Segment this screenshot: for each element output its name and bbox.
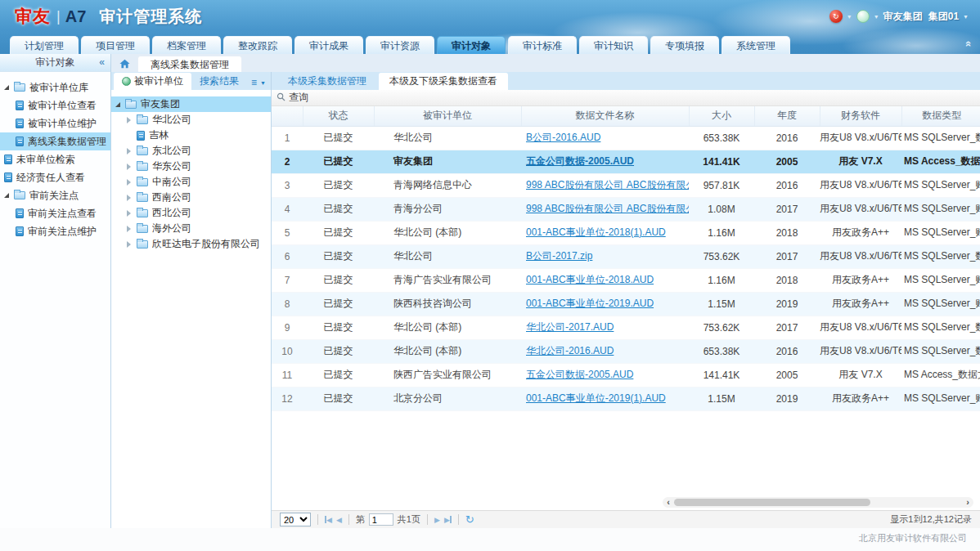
table-row[interactable]: 1 已提交 华北公司 B公司-2016.AUD 653.38K 2016 用友U… [272,126,980,150]
table-row[interactable]: 6 已提交 华北公司 B公司-2017.zip 753.62K 2017 用友U… [272,244,980,268]
org-panel-tab[interactable]: 搜索结果 [191,73,247,90]
org-panel-tab[interactable]: 被审计单位 [114,73,191,90]
menu-icon[interactable]: ≡ [251,78,257,87]
data-file-link[interactable]: B公司-2017.zip [526,250,592,262]
tree-item[interactable]: 被审计单位维护 [0,114,110,132]
data-file-link[interactable]: 五金公司数据-2005.AUD [526,155,634,167]
table-row[interactable]: 10 已提交 华北公司 (本部) 华北公司-2016.AUD 653.38K 2… [272,339,980,363]
table-row[interactable]: 2 已提交 审友集团 五金公司数据-2005.AUD 141.41K 2005 … [272,150,980,173]
caret-down-icon[interactable]: ▼ [963,14,969,20]
prev-page-icon[interactable]: ◀ [336,516,342,524]
nav-tab[interactable]: 档案管理 [152,36,221,54]
table-row[interactable]: 8 已提交 陕西科技咨询公司 001-ABC事业单位-2019.AUD 1.15… [272,292,980,316]
nav-tab[interactable]: 审计成果 [294,36,363,54]
table-row[interactable]: 3 已提交 青海网络信息中心 998 ABC股份有限公司 ABC股份有限公司 9… [272,173,980,197]
data-file-link[interactable]: 001-ABC事业单位-2019.AUD [526,298,654,309]
expand-arrow-icon[interactable] [127,164,137,170]
data-file-link[interactable]: B公司-2016.AUD [526,132,600,143]
data-file-link[interactable]: 001-ABC事业单位-2018(1).AUD [526,226,666,238]
caret-down-icon[interactable]: ▼ [260,80,266,86]
column-header[interactable]: 数据类型 [901,106,980,126]
tree-item[interactable]: 东北公司 [111,143,271,159]
scrollbar-track[interactable] [674,497,962,508]
column-header[interactable]: 大小 [689,106,754,126]
caret-down-icon[interactable]: ▼ [874,14,879,20]
tree-item[interactable]: 审前关注点维护 [0,222,110,240]
tree-item[interactable]: 华北公司 [111,112,271,128]
table-row[interactable]: 11 已提交 陕西广告实业有限公司 五金公司数据-2005.AUD 141.41… [272,363,980,387]
tree-item[interactable]: 被审计单位查看 [0,96,110,114]
column-header[interactable]: 财务软件 [820,106,901,126]
nav-tab[interactable]: 审计资源 [366,36,434,54]
table-row[interactable]: 7 已提交 青海广告实业有限公司 001-ABC事业单位-2018.AUD 1.… [272,268,980,292]
nav-tab[interactable]: 审计标准 [508,36,577,54]
tree-item[interactable]: 审前关注点 [0,186,110,204]
main-tab[interactable]: 本级采集数据管理 [277,73,377,90]
next-page-icon[interactable]: ▶ [434,516,440,524]
expand-arrow-icon[interactable] [127,210,137,217]
expand-arrow-icon[interactable] [127,117,137,123]
nav-tab[interactable]: 整改跟踪 [223,36,292,54]
data-file-link[interactable]: 998 ABC股份有限公司 ABC股份有限公司 [526,203,689,214]
table-row[interactable]: 12 已提交 北京分公司 001-ABC事业单位-2019(1).AUD 1.1… [272,387,980,410]
tree-item[interactable]: 西南公司 [111,190,271,205]
table-row[interactable]: 4 已提交 青海分公司 998 ABC股份有限公司 ABC股份有限公司 1.08… [272,197,980,221]
expand-arrow-icon[interactable] [4,85,14,90]
expand-arrow-icon[interactable] [127,179,137,186]
data-file-link[interactable]: 001-ABC事业单位-2019(1).AUD [526,392,666,404]
nav-tab[interactable]: 审计对象 [437,36,506,54]
nav-tab[interactable]: 系统管理 [722,36,790,54]
data-file-link[interactable]: 华北公司-2016.AUD [526,345,614,356]
nav-tab[interactable]: 计划管理 [10,36,79,54]
home-icon[interactable] [119,59,130,69]
expand-arrow-icon[interactable] [127,148,137,155]
collapse-up-icon[interactable]: « [963,41,975,47]
breadcrumb-tab[interactable]: 离线采集数据管理 [137,56,242,72]
user-avatar-icon[interactable] [856,10,870,23]
main-tab[interactable]: 本级及下级采集数据查看 [379,73,508,90]
expand-arrow-icon[interactable] [127,241,137,248]
sidebar-collapse-icon[interactable]: « [99,56,105,68]
data-file-link[interactable]: 华北公司-2017.AUD [526,321,614,333]
scroll-right-icon[interactable]: › [962,497,973,508]
column-header[interactable]: 状态 [303,106,374,126]
data-file-link[interactable]: 998 ABC股份有限公司 ABC股份有限公司 [526,179,689,190]
tree-item[interactable]: 吉林 [111,128,271,143]
scroll-left-icon[interactable]: ‹ [663,497,674,508]
notification-icon[interactable]: ↻ [829,10,843,23]
tree-item[interactable]: 审友集团 [111,96,271,112]
column-header[interactable]: 年度 [754,106,820,126]
scrollbar-thumb[interactable] [674,499,870,506]
column-header[interactable]: 被审计单位 [374,106,521,126]
table-row[interactable]: 5 已提交 华北公司 (本部) 001-ABC事业单位-2018(1).AUD … [272,221,980,244]
tree-item[interactable]: 离线采集数据管理 [0,132,110,150]
tree-item[interactable]: 经济责任人查看 [0,168,110,186]
expand-arrow-icon[interactable] [4,193,14,198]
nav-tab[interactable]: 项目管理 [81,36,150,54]
nav-tab[interactable]: 专项填报 [650,36,719,54]
column-header[interactable]: 数据文件名称 [521,106,689,126]
data-file-link[interactable]: 001-ABC事业单位-2018.AUD [526,274,654,285]
tree-item[interactable]: 西北公司 [111,205,271,221]
last-page-icon[interactable]: ▶ [444,516,452,524]
table-row[interactable]: 9 已提交 华北公司 (本部) 华北公司-2017.AUD 753.62K 20… [272,316,980,339]
page-size-select[interactable]: 20 [280,513,311,526]
tree-item[interactable]: 海外公司 [111,221,271,236]
refresh-icon[interactable]: ↻ [465,514,474,525]
tree-item[interactable]: 审前关注点查看 [0,204,110,222]
expand-arrow-icon[interactable] [115,102,125,107]
expand-arrow-icon[interactable] [127,226,137,232]
column-header[interactable] [272,106,303,126]
tree-item[interactable]: 未审单位检索 [0,150,110,168]
tree-item[interactable]: 欣旺达电子股份有限公司 [111,236,271,252]
first-page-icon[interactable]: ◀ [325,516,332,524]
horizontal-scrollbar[interactable]: ‹ › [663,497,973,508]
caret-down-icon[interactable]: ▼ [847,14,852,20]
expand-arrow-icon[interactable] [127,195,137,201]
page-number-input[interactable] [369,513,393,526]
tree-item[interactable]: 华东公司 [111,159,271,174]
nav-tab[interactable]: 审计知识 [579,36,648,54]
data-file-link[interactable]: 五金公司数据-2005.AUD [526,369,633,380]
query-button[interactable]: 查询 [289,91,308,105]
tree-item[interactable]: 被审计单位库 [0,78,110,96]
